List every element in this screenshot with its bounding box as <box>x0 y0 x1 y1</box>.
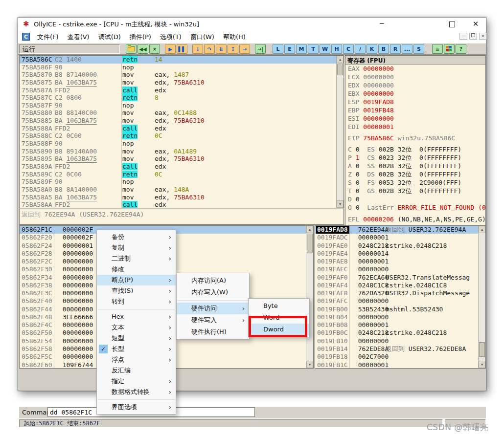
stack-row[interactable]: 0019FB04 00000000 <box>315 313 485 321</box>
stack-row[interactable]: 0019FB18 002C7000 <box>315 353 485 361</box>
register-row[interactable]: C 0 ES 002B 32位 0(FFFFFFFF) <box>345 145 485 153</box>
disasm-row[interactable]: 75BA58AAFFD2calledx <box>20 201 344 208</box>
disasm-row[interactable]: 75BA587CC2 0800retn8 <box>20 94 344 102</box>
scroll-thumb[interactable] <box>479 342 485 357</box>
context-menu-item[interactable]: 数据格式转换› <box>97 387 176 397</box>
register-row[interactable]: T 0 GS 002B 32位 0(FFFFFFFF) <box>345 187 485 195</box>
register-row[interactable]: P 1 CS 0023 32位 0(FFFFFFFF) <box>345 153 485 162</box>
dump-scrollbar[interactable]: ▲ ▼ <box>306 226 313 368</box>
breakpoints-window-button[interactable]: B <box>378 44 389 54</box>
stack-row[interactable]: 0019FB00 53B52430mshtml.53B52430 <box>315 306 485 313</box>
disasm-row[interactable]: 75BA58A0B8 8A140000moveax, 148A <box>20 186 344 194</box>
open-file-button[interactable] <box>126 44 137 54</box>
menubar-item[interactable]: 窗口(W) <box>186 31 219 43</box>
stack-row[interactable]: 0019FB08 00000001 <box>315 321 485 329</box>
windows-window-button[interactable]: W <box>320 44 330 54</box>
until-user-code-button[interactable]: → <box>239 44 250 54</box>
register-row[interactable]: EAX 00000000 <box>345 65 485 73</box>
stack-row[interactable]: 0019FB1C 00000001 <box>315 361 485 369</box>
disasm-row[interactable]: 75BA5895BA 1063BA75movedx, 75BA6310 <box>20 155 344 163</box>
disasm-row[interactable]: 75BA589CC2 0C00retn0C <box>20 171 344 178</box>
context-menu-item[interactable]: Hex› <box>97 311 176 322</box>
threads-window-button[interactable]: T <box>308 44 319 54</box>
context-menu-item[interactable]: 查找(S)› <box>97 285 176 296</box>
disasm-row[interactable]: 75BA589F90nop <box>20 178 344 186</box>
breakpoint-submenu-item[interactable]: 硬件执行(H) <box>177 326 249 338</box>
register-row[interactable]: ECX 00000000 <box>345 73 485 81</box>
register-row[interactable]: D 0 <box>345 195 485 203</box>
mdi-minimize-button[interactable]: ─ <box>459 33 467 40</box>
disasm-row[interactable]: 75BA5880B8 88140C00moveax, 0C1488 <box>20 109 344 117</box>
disasm-row[interactable]: 75BA587AFFD2calledx <box>20 87 344 94</box>
menubar-item[interactable]: 帮助(H) <box>219 31 250 43</box>
log-window-button[interactable]: L <box>273 44 283 54</box>
handles-window-button[interactable]: H <box>331 44 342 54</box>
scroll-up-icon[interactable]: ▲ <box>479 226 485 233</box>
register-row[interactable]: Z 0 DS 002B 32位 0(FFFFFFFF) <box>345 170 485 178</box>
disasm-row[interactable]: 75BA587F90nop <box>20 102 344 109</box>
stack-row[interactable]: 0019FADC 00000001 <box>315 234 485 241</box>
stack-row[interactable]: 0019FAF4 0248C1C8cstrike.0248C1C8 <box>315 282 485 289</box>
stack-pane[interactable]: 0019FAD8 762EE94A返回到 USER32.762EE94A0019… <box>315 225 486 369</box>
stack-row[interactable]: 0019FAE8 00000001 <box>315 258 485 265</box>
minimize-button[interactable]: ─ <box>374 19 389 29</box>
breakpoint-submenu-item[interactable]: 硬件访问› <box>177 303 249 314</box>
hw-access-submenu-item[interactable]: Byte <box>249 300 309 312</box>
scroll-down-icon[interactable]: ▼ <box>306 361 313 368</box>
disasm-row[interactable]: 75BA5885BA 1063BA75movedx, 75BA6310 <box>20 117 344 125</box>
breakpoint-submenu-item[interactable]: 硬件写入› <box>177 314 249 326</box>
disasm-scrollbar[interactable]: ▲ ▼ <box>336 56 344 208</box>
context-menu-item[interactable]: 断点(P)› <box>97 275 176 285</box>
disasm-row[interactable]: 75BA5870B8 87140000moveax, 1487 <box>20 71 344 79</box>
menubar-item[interactable]: 插件(P) <box>125 31 156 43</box>
register-row[interactable]: EDI 00000001 <box>345 123 485 131</box>
stack-row[interactable]: 0019FB0C 0248C218cstrike.0248C218 <box>315 329 485 337</box>
breakpoint-submenu-item[interactable]: 内存访问(A) <box>177 275 249 286</box>
close-program-button[interactable]: × <box>149 44 160 54</box>
call-stack-window-button[interactable]: K <box>367 44 377 54</box>
cpu-window-button[interactable]: C <box>343 44 354 54</box>
trace-into-button[interactable]: ⇊ <box>216 44 227 54</box>
appearance-button[interactable] <box>444 44 455 54</box>
stack-row[interactable]: 0019FAFC 00000000 <box>315 297 485 305</box>
menubar-item[interactable]: 调试(D) <box>94 31 125 43</box>
register-row[interactable]: ESP 0019FAD8 <box>345 98 485 106</box>
trace-over-button[interactable]: ↧ <box>228 44 238 54</box>
context-menu-item[interactable]: 浮点› <box>97 354 176 365</box>
register-row[interactable]: S 0 FS 0053 32位 2C9000(FFF) <box>345 178 485 187</box>
disasm-row[interactable]: 75BA589AFFD2calledx <box>20 163 344 171</box>
stack-row[interactable]: 0019FAE0 0248C218cstrike.0248C218 <box>315 242 485 250</box>
disasm-row[interactable]: 75BA588CC2 0C00retn0C <box>20 132 344 140</box>
context-menu-item[interactable]: ✓长型› <box>97 344 176 354</box>
close-button[interactable]: ✕ <box>468 19 483 29</box>
context-menu-item[interactable]: 界面选项› <box>97 402 176 413</box>
context-menu-item[interactable]: 短型› <box>97 333 176 344</box>
scroll-down-icon[interactable]: ▼ <box>479 361 485 368</box>
stack-row[interactable]: 0019FB14 762EDE8A返回到 USER32.762EDE8A <box>315 345 485 353</box>
cpu-window-icon[interactable]: C <box>22 33 30 41</box>
disasm-row[interactable]: 75BA5875BA 1063BA75movedx, 75BA6310 <box>20 79 344 87</box>
stack-row[interactable]: 0019FAF8 762DA320USER32.DispatchMessage <box>315 289 485 297</box>
disasm-row[interactable]: 75BA5890B8 89140A00moveax, 0A1489 <box>20 148 344 155</box>
context-menu-item[interactable]: 二进制› <box>97 253 176 264</box>
registers-pane[interactable]: 寄存器 (FPU) EAX 00000000ECX 00000000EDX 00… <box>345 55 486 226</box>
mdi-restore-button[interactable] <box>469 33 477 40</box>
register-row[interactable]: EFL 00000206 (NO,NB,NE,A,NS,PE,GE,G) <box>345 215 485 223</box>
disassembly-pane[interactable]: 75BA586CC2 1400retn1475BA586F90nop75BA58… <box>19 55 344 208</box>
title-bar[interactable]: ✱ OllyICE - cstrike.exe - [CPU - m主线程, 模… <box>18 18 486 31</box>
stack-scrollbar[interactable]: ▲ ▼ <box>478 226 485 368</box>
register-row[interactable]: O 0 LastErr ERROR_FILE_NOT_FOUND (0 <box>345 203 485 212</box>
scroll-up-icon[interactable]: ▲ <box>306 226 313 233</box>
context-menu-item[interactable]: 反汇编 <box>97 365 176 376</box>
help-button[interactable]: ? <box>456 44 466 54</box>
until-return-button[interactable]: →| <box>255 44 266 54</box>
disasm-row[interactable]: 75BA586CC2 1400retn14 <box>20 56 344 64</box>
stack-row[interactable]: 0019FAE4 00000014 <box>315 250 485 258</box>
breakpoint-submenu-item[interactable]: 内存写入(W) <box>177 286 249 298</box>
maximize-button[interactable] <box>445 19 459 29</box>
disasm-row[interactable]: 75BA588AFFD2calledx <box>20 125 344 132</box>
stack-row[interactable]: 0019FAF0 762ECA60USER32.TranslateMessag <box>315 274 485 282</box>
register-row[interactable]: EIP 75BA586C win32u.75BA586C <box>345 134 485 142</box>
scroll-thumb[interactable] <box>307 234 313 253</box>
patches-window-button[interactable]: / <box>355 44 366 54</box>
